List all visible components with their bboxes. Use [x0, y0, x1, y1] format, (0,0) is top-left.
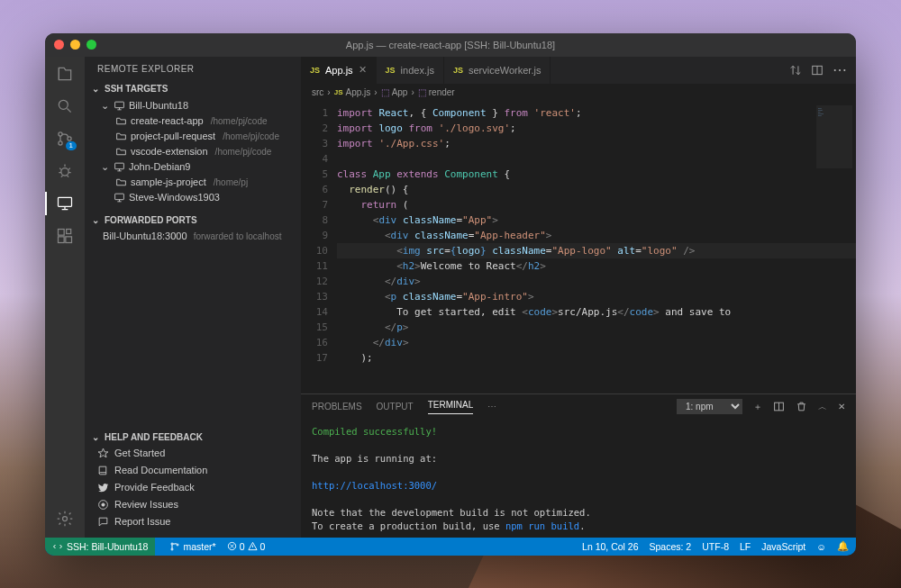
ssh-host-item[interactable]: Steve-Windows1903 [85, 190, 301, 205]
feedback-smiley-icon[interactable]: ☺ [816, 541, 826, 552]
svg-point-3 [68, 136, 71, 140]
window-title: App.js — create-react-app [SSH: Bill-Ubu… [346, 40, 555, 50]
kill-terminal-icon[interactable] [796, 401, 807, 412]
chevron-down-icon: ⌄ [101, 100, 110, 112]
ssh-host-item[interactable]: ⌄Bill-Ubuntu18 [85, 98, 301, 113]
cursor-position-status[interactable]: Ln 10, Col 26 [582, 541, 638, 552]
search-icon[interactable] [55, 96, 75, 116]
titlebar: App.js — create-react-app [SSH: Bill-Ubu… [45, 33, 856, 57]
svg-rect-5 [59, 197, 72, 206]
explorer-icon[interactable] [55, 64, 75, 84]
svg-rect-6 [59, 229, 65, 235]
git-branch-status[interactable]: master* [169, 541, 215, 552]
svg-point-4 [61, 167, 68, 175]
code-content[interactable]: import React, { Component } from 'react'… [337, 102, 856, 394]
terminal-selector[interactable]: 1: npm [677, 399, 742, 414]
close-panel-icon[interactable]: ✕ [838, 402, 845, 412]
indentation-status[interactable]: Spaces: 2 [650, 541, 692, 552]
encoding-status[interactable]: UTF-8 [702, 541, 729, 552]
debug-icon[interactable] [55, 161, 75, 181]
remote-indicator[interactable]: SSH: Bill-Ubuntu18 [45, 538, 155, 556]
bottom-panel: PROBLEMS OUTPUT TERMINAL ⋯ 1: npm ＋ ︿ ✕ [301, 394, 856, 538]
settings-gear-icon[interactable] [55, 509, 75, 529]
activity-bar: 1 [45, 57, 85, 538]
ssh-folder-item[interactable]: create-react-app/home/pj/code [85, 113, 301, 129]
more-actions-icon[interactable]: ⋯ [833, 61, 847, 78]
help-list: Get StartedRead DocumentationProvide Fee… [85, 445, 301, 538]
vm-icon [114, 192, 125, 204]
breadcrumb-segment[interactable]: src [312, 87, 323, 97]
folder-icon [115, 115, 127, 127]
language-mode-status[interactable]: JavaScript [761, 541, 805, 552]
breadcrumb-segment[interactable]: JS App.js [334, 87, 371, 97]
panel-tab-output[interactable]: OUTPUT [377, 402, 414, 412]
source-control-icon[interactable]: 1 [55, 129, 75, 149]
editor-tab[interactable]: JSApp.js✕ [301, 57, 377, 84]
svg-point-20 [177, 544, 178, 546]
svg-rect-8 [66, 236, 72, 242]
vm-icon [114, 161, 125, 173]
help-item-issues[interactable]: Review Issues [85, 496, 301, 513]
editor-tab[interactable]: JSindex.js [377, 57, 444, 84]
problems-status[interactable]: 0 0 [227, 541, 266, 552]
folder-icon [115, 146, 127, 158]
panel-tab-problems[interactable]: PROBLEMS [312, 402, 362, 412]
js-file-icon: JS [386, 66, 396, 75]
svg-rect-11 [115, 102, 124, 108]
help-item-comment[interactable]: Report Issue [85, 513, 301, 530]
vm-icon [114, 100, 125, 112]
ssh-targets-header[interactable]: ⌄ SSH TARGETS [85, 81, 301, 96]
svg-point-0 [59, 100, 68, 109]
remote-explorer-icon[interactable] [55, 194, 75, 213]
split-terminal-icon[interactable] [773, 401, 785, 412]
book-icon [97, 465, 109, 476]
status-bar: SSH: Bill-Ubuntu18 master* 0 0 Ln 10, Co… [45, 538, 856, 556]
ssh-folder-item[interactable]: project-pull-request/home/pj/code [85, 129, 301, 144]
comment-icon [97, 516, 109, 528]
forwarded-port-item[interactable]: Bill-Ubuntu18:3000 forwarded to localhos… [85, 228, 301, 244]
issues-icon [97, 499, 109, 511]
close-window-button[interactable] [54, 40, 64, 50]
editor-tab[interactable]: JSserviceWorker.js [444, 57, 551, 84]
panel-tab-terminal[interactable]: TERMINAL [428, 400, 474, 414]
minimap[interactable]: ▬▬▬▬▬▬▬▬▬▬▬▬▬▬▬▬▬ [816, 105, 852, 168]
editor-group: JSApp.js✕JSindex.jsJSserviceWorker.js ⋯ … [301, 57, 856, 538]
close-tab-icon[interactable]: ✕ [359, 64, 367, 76]
help-feedback-header[interactable]: ⌄ HELP AND FEEDBACK [85, 430, 301, 445]
chevron-down-icon: ⌄ [90, 215, 101, 225]
maximize-window-button[interactable] [86, 40, 96, 50]
svg-rect-12 [115, 163, 124, 169]
maximize-panel-icon[interactable]: ︿ [818, 401, 827, 413]
split-editor-icon[interactable] [811, 64, 824, 77]
ssh-folder-item[interactable]: vscode-extension/home/pj/code [85, 144, 301, 159]
svg-point-1 [59, 131, 62, 135]
ssh-folder-item[interactable]: sample-js-project/home/pj [85, 175, 301, 190]
svg-rect-13 [115, 194, 124, 200]
notifications-bell-icon[interactable]: 🔔 [837, 540, 849, 552]
breadcrumb-segment[interactable]: ⬚ render [418, 87, 455, 97]
vscode-window: App.js — create-react-app [SSH: Bill-Ubu… [45, 33, 856, 556]
help-item-book[interactable]: Read Documentation [85, 462, 301, 479]
svg-point-10 [63, 516, 68, 520]
compare-changes-icon[interactable] [789, 64, 802, 77]
scm-badge: 1 [66, 141, 77, 150]
ssh-targets-tree: ⌄Bill-Ubuntu18create-react-app/home/pj/c… [85, 96, 301, 213]
chevron-down-icon: ⌄ [90, 84, 101, 94]
minimize-window-button[interactable] [70, 40, 80, 50]
breadcrumb-segment[interactable]: ⬚ App [381, 87, 408, 97]
panel-more-icon[interactable]: ⋯ [487, 402, 496, 412]
code-editor[interactable]: 1234567891011121314151617 import React, … [301, 102, 856, 394]
eol-status[interactable]: LF [740, 541, 751, 552]
js-file-icon: JS [310, 66, 320, 75]
extensions-icon[interactable] [55, 226, 75, 246]
svg-point-2 [59, 140, 62, 144]
new-terminal-icon[interactable]: ＋ [753, 401, 762, 413]
help-item-star[interactable]: Get Started [85, 445, 301, 462]
js-file-icon: JS [453, 66, 463, 75]
forwarded-ports-header[interactable]: ⌄ FORWARDED PORTS [85, 213, 301, 228]
svg-point-15 [102, 502, 105, 505]
breadcrumbs[interactable]: src›JS App.js›⬚ App›⬚ render [301, 84, 856, 102]
terminal-output[interactable]: Compiled successfully! The app is runnin… [301, 420, 856, 538]
help-item-twitter[interactable]: Provide Feedback [85, 479, 301, 496]
ssh-host-item[interactable]: ⌄John-Debian9 [85, 159, 301, 175]
